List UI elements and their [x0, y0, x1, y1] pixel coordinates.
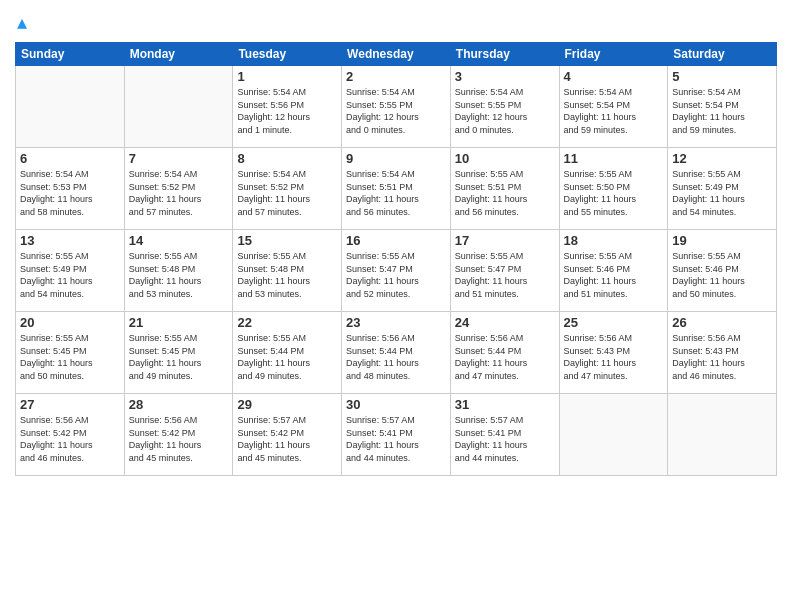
calendar-cell: 30Sunrise: 5:57 AM Sunset: 5:41 PM Dayli… — [342, 394, 451, 476]
day-number: 11 — [564, 151, 664, 166]
calendar-week-row: 6Sunrise: 5:54 AM Sunset: 5:53 PM Daylig… — [16, 148, 777, 230]
day-number: 12 — [672, 151, 772, 166]
day-info: Sunrise: 5:54 AM Sunset: 5:55 PM Dayligh… — [455, 86, 555, 136]
day-info: Sunrise: 5:56 AM Sunset: 5:42 PM Dayligh… — [20, 414, 120, 464]
day-number: 19 — [672, 233, 772, 248]
calendar-cell: 27Sunrise: 5:56 AM Sunset: 5:42 PM Dayli… — [16, 394, 125, 476]
day-info: Sunrise: 5:55 AM Sunset: 5:45 PM Dayligh… — [129, 332, 229, 382]
calendar-cell: 15Sunrise: 5:55 AM Sunset: 5:48 PM Dayli… — [233, 230, 342, 312]
calendar-cell: 22Sunrise: 5:55 AM Sunset: 5:44 PM Dayli… — [233, 312, 342, 394]
day-info: Sunrise: 5:54 AM Sunset: 5:52 PM Dayligh… — [237, 168, 337, 218]
day-info: Sunrise: 5:55 AM Sunset: 5:50 PM Dayligh… — [564, 168, 664, 218]
calendar-cell: 24Sunrise: 5:56 AM Sunset: 5:44 PM Dayli… — [450, 312, 559, 394]
day-info: Sunrise: 5:57 AM Sunset: 5:42 PM Dayligh… — [237, 414, 337, 464]
day-number: 17 — [455, 233, 555, 248]
calendar-cell: 17Sunrise: 5:55 AM Sunset: 5:47 PM Dayli… — [450, 230, 559, 312]
day-number: 7 — [129, 151, 229, 166]
calendar-cell: 5Sunrise: 5:54 AM Sunset: 5:54 PM Daylig… — [668, 66, 777, 148]
calendar-cell: 18Sunrise: 5:55 AM Sunset: 5:46 PM Dayli… — [559, 230, 668, 312]
calendar-cell — [124, 66, 233, 148]
day-info: Sunrise: 5:55 AM Sunset: 5:46 PM Dayligh… — [564, 250, 664, 300]
calendar-header-wednesday: Wednesday — [342, 43, 451, 66]
day-number: 23 — [346, 315, 446, 330]
calendar-cell: 12Sunrise: 5:55 AM Sunset: 5:49 PM Dayli… — [668, 148, 777, 230]
calendar-week-row: 1Sunrise: 5:54 AM Sunset: 5:56 PM Daylig… — [16, 66, 777, 148]
day-info: Sunrise: 5:55 AM Sunset: 5:51 PM Dayligh… — [455, 168, 555, 218]
day-number: 2 — [346, 69, 446, 84]
page-header: ▴ — [15, 10, 777, 34]
calendar-cell — [668, 394, 777, 476]
calendar-cell — [559, 394, 668, 476]
day-info: Sunrise: 5:56 AM Sunset: 5:43 PM Dayligh… — [672, 332, 772, 382]
calendar-table: SundayMondayTuesdayWednesdayThursdayFrid… — [15, 42, 777, 476]
day-info: Sunrise: 5:56 AM Sunset: 5:43 PM Dayligh… — [564, 332, 664, 382]
day-info: Sunrise: 5:57 AM Sunset: 5:41 PM Dayligh… — [455, 414, 555, 464]
day-info: Sunrise: 5:56 AM Sunset: 5:44 PM Dayligh… — [455, 332, 555, 382]
day-number: 27 — [20, 397, 120, 412]
day-info: Sunrise: 5:54 AM Sunset: 5:51 PM Dayligh… — [346, 168, 446, 218]
calendar-header-friday: Friday — [559, 43, 668, 66]
calendar-header-tuesday: Tuesday — [233, 43, 342, 66]
day-info: Sunrise: 5:55 AM Sunset: 5:49 PM Dayligh… — [20, 250, 120, 300]
calendar-header-saturday: Saturday — [668, 43, 777, 66]
day-number: 29 — [237, 397, 337, 412]
calendar-header-sunday: Sunday — [16, 43, 125, 66]
day-number: 24 — [455, 315, 555, 330]
day-number: 26 — [672, 315, 772, 330]
calendar-cell: 13Sunrise: 5:55 AM Sunset: 5:49 PM Dayli… — [16, 230, 125, 312]
day-info: Sunrise: 5:55 AM Sunset: 5:44 PM Dayligh… — [237, 332, 337, 382]
calendar-cell: 6Sunrise: 5:54 AM Sunset: 5:53 PM Daylig… — [16, 148, 125, 230]
calendar-cell: 19Sunrise: 5:55 AM Sunset: 5:46 PM Dayli… — [668, 230, 777, 312]
day-number: 3 — [455, 69, 555, 84]
day-info: Sunrise: 5:55 AM Sunset: 5:49 PM Dayligh… — [672, 168, 772, 218]
day-number: 14 — [129, 233, 229, 248]
logo: ▴ — [15, 10, 27, 34]
day-number: 15 — [237, 233, 337, 248]
day-number: 9 — [346, 151, 446, 166]
day-number: 13 — [20, 233, 120, 248]
day-number: 30 — [346, 397, 446, 412]
calendar-cell: 31Sunrise: 5:57 AM Sunset: 5:41 PM Dayli… — [450, 394, 559, 476]
calendar-cell: 4Sunrise: 5:54 AM Sunset: 5:54 PM Daylig… — [559, 66, 668, 148]
calendar-week-row: 20Sunrise: 5:55 AM Sunset: 5:45 PM Dayli… — [16, 312, 777, 394]
calendar-cell: 23Sunrise: 5:56 AM Sunset: 5:44 PM Dayli… — [342, 312, 451, 394]
calendar-week-row: 27Sunrise: 5:56 AM Sunset: 5:42 PM Dayli… — [16, 394, 777, 476]
day-info: Sunrise: 5:55 AM Sunset: 5:45 PM Dayligh… — [20, 332, 120, 382]
day-info: Sunrise: 5:57 AM Sunset: 5:41 PM Dayligh… — [346, 414, 446, 464]
calendar-cell: 2Sunrise: 5:54 AM Sunset: 5:55 PM Daylig… — [342, 66, 451, 148]
calendar-cell: 1Sunrise: 5:54 AM Sunset: 5:56 PM Daylig… — [233, 66, 342, 148]
calendar-cell: 16Sunrise: 5:55 AM Sunset: 5:47 PM Dayli… — [342, 230, 451, 312]
day-number: 4 — [564, 69, 664, 84]
calendar-cell: 20Sunrise: 5:55 AM Sunset: 5:45 PM Dayli… — [16, 312, 125, 394]
calendar-header-thursday: Thursday — [450, 43, 559, 66]
day-info: Sunrise: 5:54 AM Sunset: 5:53 PM Dayligh… — [20, 168, 120, 218]
day-info: Sunrise: 5:55 AM Sunset: 5:46 PM Dayligh… — [672, 250, 772, 300]
day-number: 21 — [129, 315, 229, 330]
day-number: 22 — [237, 315, 337, 330]
calendar-cell: 8Sunrise: 5:54 AM Sunset: 5:52 PM Daylig… — [233, 148, 342, 230]
day-number: 28 — [129, 397, 229, 412]
day-info: Sunrise: 5:55 AM Sunset: 5:48 PM Dayligh… — [237, 250, 337, 300]
day-number: 25 — [564, 315, 664, 330]
calendar-cell: 10Sunrise: 5:55 AM Sunset: 5:51 PM Dayli… — [450, 148, 559, 230]
calendar-cell — [16, 66, 125, 148]
day-info: Sunrise: 5:54 AM Sunset: 5:56 PM Dayligh… — [237, 86, 337, 136]
day-info: Sunrise: 5:56 AM Sunset: 5:42 PM Dayligh… — [129, 414, 229, 464]
logo-bird-icon: ▴ — [17, 10, 27, 34]
day-info: Sunrise: 5:55 AM Sunset: 5:47 PM Dayligh… — [346, 250, 446, 300]
day-info: Sunrise: 5:54 AM Sunset: 5:54 PM Dayligh… — [564, 86, 664, 136]
calendar-cell: 14Sunrise: 5:55 AM Sunset: 5:48 PM Dayli… — [124, 230, 233, 312]
calendar-cell: 7Sunrise: 5:54 AM Sunset: 5:52 PM Daylig… — [124, 148, 233, 230]
calendar-week-row: 13Sunrise: 5:55 AM Sunset: 5:49 PM Dayli… — [16, 230, 777, 312]
day-info: Sunrise: 5:56 AM Sunset: 5:44 PM Dayligh… — [346, 332, 446, 382]
day-number: 8 — [237, 151, 337, 166]
calendar-cell: 26Sunrise: 5:56 AM Sunset: 5:43 PM Dayli… — [668, 312, 777, 394]
day-number: 10 — [455, 151, 555, 166]
day-info: Sunrise: 5:54 AM Sunset: 5:55 PM Dayligh… — [346, 86, 446, 136]
calendar-cell: 29Sunrise: 5:57 AM Sunset: 5:42 PM Dayli… — [233, 394, 342, 476]
day-info: Sunrise: 5:54 AM Sunset: 5:54 PM Dayligh… — [672, 86, 772, 136]
calendar-header-monday: Monday — [124, 43, 233, 66]
calendar-cell: 25Sunrise: 5:56 AM Sunset: 5:43 PM Dayli… — [559, 312, 668, 394]
day-info: Sunrise: 5:55 AM Sunset: 5:48 PM Dayligh… — [129, 250, 229, 300]
calendar-cell: 21Sunrise: 5:55 AM Sunset: 5:45 PM Dayli… — [124, 312, 233, 394]
